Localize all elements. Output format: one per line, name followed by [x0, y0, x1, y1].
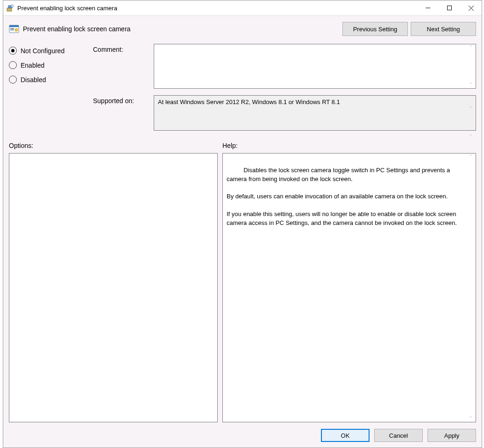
sections: Options: Help: Disables the lock screen …	[9, 142, 476, 422]
radio-circle-icon	[9, 47, 17, 55]
help-text: Disables the lock screen camera toggle s…	[227, 167, 458, 226]
maximize-button[interactable]	[439, 0, 460, 15]
svg-point-2	[11, 5, 14, 7]
svg-point-11	[15, 28, 18, 31]
config-row: Not Configured Enabled Disabled Comment:	[9, 44, 476, 137]
scroll-down-icon[interactable]: ˅	[467, 415, 475, 422]
svg-rect-9	[10, 28, 14, 29]
scroll-up-icon[interactable]: ˄	[467, 105, 475, 112]
policy-header: Prevent enabling lock screen camera Prev…	[9, 21, 476, 37]
policy-icon	[9, 24, 19, 34]
svg-rect-8	[9, 25, 19, 27]
minimize-button[interactable]	[417, 0, 439, 15]
app-icon	[6, 4, 14, 12]
radio-disabled[interactable]: Disabled	[9, 76, 93, 84]
client-area: Prevent enabling lock screen camera Prev…	[3, 15, 482, 448]
bottom-bar: OK Cancel Apply	[9, 429, 476, 442]
options-panel	[9, 153, 218, 422]
policy-title: Prevent enabling lock screen camera	[23, 25, 340, 33]
supported-on-label: Supported on:	[93, 95, 154, 105]
options-column: Options:	[9, 142, 218, 422]
comment-label: Comment:	[93, 44, 154, 53]
radio-label: Disabled	[21, 76, 46, 84]
radio-label: Enabled	[21, 62, 44, 69]
help-label: Help:	[222, 142, 476, 149]
apply-button[interactable]: Apply	[427, 429, 476, 442]
options-label: Options:	[9, 142, 218, 149]
supported-on-text: At least Windows Server 2012 R2, Windows…	[158, 98, 340, 105]
close-button[interactable]	[460, 0, 482, 15]
title-bar[interactable]: Prevent enabling lock screen camera	[3, 0, 482, 15]
cancel-button[interactable]: Cancel	[374, 429, 423, 442]
scroll-up-icon[interactable]: ˄	[467, 44, 475, 51]
svg-rect-0	[7, 8, 12, 11]
svg-rect-10	[10, 29, 14, 30]
scroll-up-icon[interactable]: ˄	[467, 154, 475, 160]
ok-button[interactable]: OK	[321, 429, 370, 442]
state-radio-group: Not Configured Enabled Disabled	[9, 44, 93, 90]
supported-on-box: At least Windows Server 2012 R2, Windows…	[154, 95, 476, 131]
next-setting-button[interactable]: Next Setting	[411, 22, 476, 36]
radio-circle-icon	[9, 61, 17, 69]
radio-not-configured[interactable]: Not Configured	[9, 47, 93, 55]
svg-rect-4	[448, 6, 452, 10]
previous-setting-button[interactable]: Previous Setting	[342, 22, 408, 36]
radio-label: Not Configured	[21, 47, 64, 55]
window-title: Prevent enabling lock screen camera	[17, 5, 417, 12]
radio-enabled[interactable]: Enabled	[9, 61, 93, 69]
comment-textarea[interactable]: ˄ ˅	[154, 44, 476, 89]
dialog-window: Prevent enabling lock screen camera	[3, 0, 482, 448]
help-column: Help: Disables the lock screen camera to…	[222, 142, 476, 422]
help-panel[interactable]: Disables the lock screen camera toggle s…	[222, 153, 476, 422]
scroll-down-icon[interactable]: ˅	[467, 82, 475, 88]
scroll-down-icon[interactable]: ˅	[467, 133, 475, 140]
radio-circle-icon	[9, 76, 17, 84]
